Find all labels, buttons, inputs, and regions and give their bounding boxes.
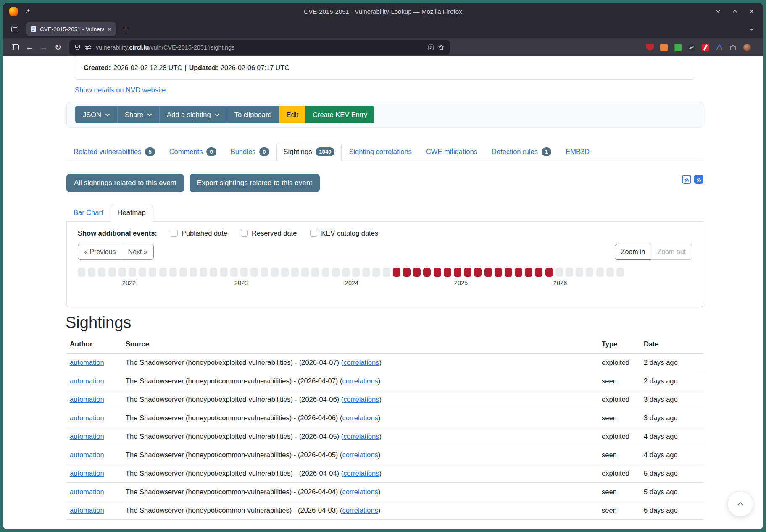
heatmap-cell[interactable]: [383, 268, 390, 277]
heatmap-cell[interactable]: [322, 268, 329, 277]
heatmap-cell-active[interactable]: [495, 268, 502, 277]
add-sighting-dropdown-button[interactable]: Add a sighting: [159, 106, 227, 123]
heatmap-cell[interactable]: [352, 268, 360, 277]
zoom-out-button[interactable]: Zoom out: [651, 244, 692, 260]
heatmap-cell[interactable]: [230, 268, 238, 277]
heatmap-cell[interactable]: [342, 268, 350, 277]
heatmap-cell[interactable]: [169, 268, 177, 277]
heatmap-cell-active[interactable]: [484, 268, 492, 277]
json-dropdown-button[interactable]: JSON: [75, 106, 117, 123]
correlations-link[interactable]: correlations: [343, 469, 379, 477]
heatmap-cell[interactable]: [129, 268, 136, 277]
create-kev-entry-button[interactable]: Create KEV Entry: [305, 106, 374, 123]
heatmap-cell[interactable]: [220, 268, 228, 277]
extensions-puzzle-icon[interactable]: [729, 44, 737, 51]
heatmap-cell[interactable]: [555, 268, 563, 277]
minimize-button[interactable]: [715, 8, 721, 14]
heatmap-cell[interactable]: [159, 268, 167, 277]
author-link[interactable]: automation: [70, 432, 104, 440]
previous-button[interactable]: « Previous: [78, 244, 122, 260]
maximize-button[interactable]: [732, 8, 738, 14]
new-tab-button[interactable]: +: [119, 22, 133, 36]
checkbox-kev-catalog-dates[interactable]: KEV catalog dates: [310, 229, 378, 237]
author-link[interactable]: automation: [70, 488, 104, 495]
ublock-extension-icon[interactable]: [646, 44, 654, 51]
author-link[interactable]: automation: [70, 506, 104, 514]
heatmap-cell[interactable]: [108, 268, 116, 277]
heatmap-cell[interactable]: [179, 268, 187, 277]
tab-close-icon[interactable]: [107, 27, 112, 31]
heatmap-cell-active[interactable]: [464, 268, 471, 277]
heatmap-cell-active[interactable]: [515, 268, 522, 277]
heatmap-cell[interactable]: [586, 268, 593, 277]
tab-sighting-correlations[interactable]: Sighting correlations: [342, 143, 419, 161]
correlations-link[interactable]: correlations: [342, 506, 378, 514]
forward-button[interactable]: →: [37, 41, 51, 54]
heatmap-cell[interactable]: [372, 268, 380, 277]
correlations-link[interactable]: correlations: [342, 377, 378, 385]
heatmap-cell[interactable]: [139, 268, 146, 277]
to-clipboard-button[interactable]: To clipboard: [227, 106, 279, 123]
heatmap-cell[interactable]: [281, 268, 289, 277]
tab-related-vulnerabilities[interactable]: Related vulnerabilities5: [66, 143, 162, 161]
close-button[interactable]: [749, 8, 755, 14]
back-button[interactable]: ←: [22, 41, 37, 54]
profile-avatar-icon[interactable]: [743, 44, 751, 51]
tab-sightings[interactable]: Sightings1049: [276, 143, 342, 161]
heatmap-cell[interactable]: [261, 268, 268, 277]
heatmap-cell[interactable]: [78, 268, 85, 277]
heatmap-cell[interactable]: [149, 268, 156, 277]
author-link[interactable]: automation: [70, 451, 104, 459]
heatmap-cell-active[interactable]: [393, 268, 400, 277]
heatmap-cell[interactable]: [576, 268, 583, 277]
heatmap-cell-active[interactable]: [403, 268, 411, 277]
tab-bar-chart[interactable]: Bar Chart: [66, 204, 111, 222]
heatmap-cell[interactable]: [271, 268, 279, 277]
correlations-link[interactable]: correlations: [343, 396, 379, 403]
correlations-link[interactable]: correlations: [342, 451, 378, 459]
heatmap-cell[interactable]: [301, 268, 309, 277]
list-all-tabs-icon[interactable]: [748, 26, 759, 32]
author-link[interactable]: automation: [70, 396, 104, 403]
reader-mode-icon[interactable]: [428, 44, 434, 50]
reload-button[interactable]: ↻: [51, 41, 65, 54]
bookmark-star-icon[interactable]: [438, 44, 445, 51]
nvd-details-link[interactable]: Show details on NVD website: [75, 86, 166, 94]
heatmap-cell[interactable]: [362, 268, 370, 277]
heatmap-cell[interactable]: [88, 268, 95, 277]
tab-detection-rules[interactable]: Detection rules1: [484, 143, 558, 161]
heatmap-cell-active[interactable]: [474, 268, 482, 277]
heatmap-cell[interactable]: [596, 268, 604, 277]
heatmap-cell-active[interactable]: [423, 268, 431, 277]
heatmap-cell[interactable]: [291, 268, 299, 277]
heatmap-cell-active[interactable]: [505, 268, 512, 277]
rss-feed-outline-icon[interactable]: [682, 175, 691, 184]
heatmap-cell[interactable]: [332, 268, 340, 277]
tab-comments[interactable]: Comments0: [162, 143, 224, 161]
url-bar[interactable]: vulnerability.circl.lu/vuln/CVE-2015-205…: [69, 40, 450, 55]
correlations-link[interactable]: correlations: [342, 488, 378, 495]
tab-emb3d[interactable]: EMB3D: [558, 143, 597, 161]
heatmap-cell[interactable]: [566, 268, 573, 277]
checkbox-icon[interactable]: [310, 230, 317, 237]
red-extension-icon[interactable]: [702, 44, 709, 51]
heatmap-cell[interactable]: [606, 268, 614, 277]
heatmap-cell-active[interactable]: [535, 268, 542, 277]
tab-heatmap[interactable]: Heatmap: [111, 204, 153, 222]
export-sightings-button[interactable]: Export sightings related to this event: [190, 174, 320, 192]
author-link[interactable]: automation: [70, 359, 104, 366]
heatmap-cell[interactable]: [98, 268, 105, 277]
correlations-link[interactable]: correlations: [342, 414, 378, 422]
next-button[interactable]: Next »: [122, 244, 154, 260]
author-link[interactable]: automation: [70, 469, 104, 477]
checkbox-reserved-date[interactable]: Reserved date: [241, 229, 297, 237]
heatmap-cell-active[interactable]: [545, 268, 553, 277]
green-extension-icon[interactable]: [674, 44, 682, 51]
edit-button[interactable]: Edit: [279, 106, 305, 123]
tab-cwe-mitigations[interactable]: CWE mitigations: [419, 143, 484, 161]
heatmap-cell-active[interactable]: [444, 268, 451, 277]
permissions-sliders-icon[interactable]: [85, 45, 92, 50]
heatmap-cell[interactable]: [616, 268, 624, 277]
heatmap-cell[interactable]: [240, 268, 248, 277]
scroll-to-top-button[interactable]: [727, 491, 753, 517]
